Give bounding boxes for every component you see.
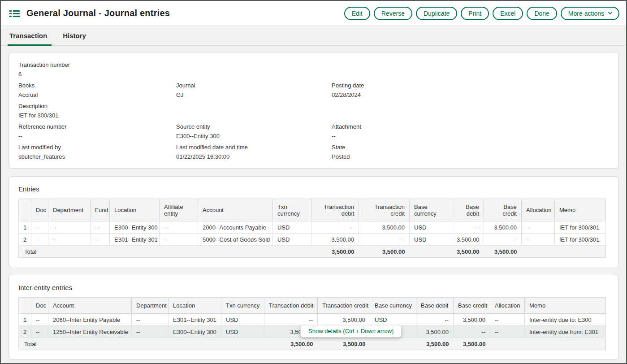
cell-department: -- xyxy=(132,326,169,338)
cell xyxy=(410,246,452,258)
field-label: Reference number xyxy=(18,123,176,131)
total-base-debit: 3,500.00 xyxy=(452,246,484,258)
cell-base-currency: USD xyxy=(410,234,452,246)
cell-row-number: 1 xyxy=(19,314,31,326)
table-row[interactable]: 2 -- -- -- E301--Entity 301 -- 5000--Cos… xyxy=(19,234,606,246)
reverse-button[interactable]: Reverse xyxy=(374,7,412,20)
table-row[interactable]: 1 -- -- -- E300--Entity 300 -- 2000--Acc… xyxy=(19,221,606,234)
cell-base-credit: 3,500.00 xyxy=(484,221,522,234)
cell-txn-currency: USD xyxy=(221,314,264,326)
field-label: Books xyxy=(18,82,176,90)
total-base-debit: 3,500.00 xyxy=(416,338,454,350)
column-header: Base currency xyxy=(370,298,416,314)
column-header: Department xyxy=(48,199,91,221)
list-icon[interactable] xyxy=(9,10,20,17)
column-header: Memo xyxy=(555,199,606,221)
column-header: Allocation xyxy=(490,298,525,314)
tab-history[interactable]: History xyxy=(62,32,87,45)
column-header xyxy=(19,298,31,314)
field-label: Source entity xyxy=(176,123,332,131)
chevron-down-icon xyxy=(608,10,613,15)
more-actions-label: More actions xyxy=(568,10,604,17)
more-actions-button[interactable]: More actions xyxy=(561,7,619,20)
print-button[interactable]: Print xyxy=(461,7,489,20)
cell xyxy=(490,338,525,350)
done-button[interactable]: Done xyxy=(527,7,557,20)
field-label: Transaction number xyxy=(18,61,176,69)
cell-account: 5000--Cost of Goods Sold xyxy=(198,234,273,246)
cell-location: E301--Entity 301 xyxy=(169,314,221,326)
cell xyxy=(48,338,132,350)
field-label: State xyxy=(332,143,609,152)
cell-fund: -- xyxy=(91,221,110,234)
cell xyxy=(91,246,110,258)
column-header: Transaction credit xyxy=(359,199,410,221)
cell-doc: -- xyxy=(31,314,48,326)
main-content: Transaction number 6 Books Accrual Journ… xyxy=(1,46,626,360)
column-header: Memo xyxy=(525,298,606,314)
column-header: Transaction debit xyxy=(264,298,318,314)
cell-doc: -- xyxy=(31,326,48,338)
app-window: General Journal - Journal entries Edit R… xyxy=(0,0,627,364)
cell-transaction-credit: -- xyxy=(359,234,410,246)
cell-base-credit: 3,500.00 xyxy=(454,314,490,326)
cell xyxy=(132,338,169,350)
cell-department: -- xyxy=(48,234,91,246)
field-reference-number: Reference number -- xyxy=(18,123,176,143)
cell-affiliate-entity: -- xyxy=(160,234,198,246)
column-header: Base credit xyxy=(454,298,490,314)
cell xyxy=(169,338,221,350)
cell-txn-currency: USD xyxy=(273,234,311,246)
column-header: Base credit xyxy=(484,199,522,221)
cell xyxy=(273,246,311,258)
cell-memo: Inter-entity due from: E301 xyxy=(525,326,606,338)
field-value: 02/28/2024 xyxy=(332,91,609,99)
cell-base-debit: -- xyxy=(452,221,484,234)
field-last-modified-datetime: Last modified date and time 01/22/2025 1… xyxy=(176,143,332,164)
field-value: 01/22/2025 16:30:00 xyxy=(176,153,332,161)
cell-txn-currency: USD xyxy=(221,326,264,338)
tab-transaction[interactable]: Transaction xyxy=(9,32,48,45)
field-label: Attachment xyxy=(332,123,609,131)
cell-allocation: -- xyxy=(522,234,555,246)
cell-doc: -- xyxy=(31,234,48,246)
duplicate-button[interactable]: Duplicate xyxy=(416,7,457,20)
table-row[interactable]: 1 -- 2060--Inter Entity Payable -- E301-… xyxy=(19,314,606,326)
field-posting-date: Posting date 02/28/2024 xyxy=(332,82,609,102)
cell-base-currency: USD xyxy=(410,221,452,234)
cell-transaction-credit: 3,500.00 xyxy=(318,314,370,326)
cell xyxy=(555,246,606,258)
cell-transaction-debit: -- xyxy=(311,221,359,234)
field-books: Books Accrual xyxy=(18,82,176,102)
column-header: Doc xyxy=(31,199,48,221)
cell-row-number: 2 xyxy=(19,326,31,338)
total-transaction-debit: 3,500.00 xyxy=(311,246,359,258)
column-header: Affiliate entity xyxy=(160,199,198,221)
cell-base-currency: USD xyxy=(370,314,416,326)
cell-base-debit: 3,500.00 xyxy=(452,234,484,246)
cell-allocation: -- xyxy=(490,314,525,326)
column-header: Txn currency xyxy=(273,199,311,221)
cell xyxy=(525,338,606,350)
total-base-credit: 3,500.00 xyxy=(484,246,522,258)
cell-base-credit: -- xyxy=(484,234,522,246)
show-details-tooltip: Show details (Ctrl + Down arrow) xyxy=(300,325,402,338)
column-header xyxy=(19,199,31,221)
tab-bar: Transaction History xyxy=(1,26,626,46)
transaction-details-panel: Transaction number 6 Books Accrual Journ… xyxy=(9,52,618,169)
field-value: Posted xyxy=(332,153,609,161)
inter-entity-entries-panel: Inter-entity entries Doc Account Departm… xyxy=(9,275,618,360)
field-value: -- xyxy=(18,132,176,140)
column-header: Transaction credit xyxy=(318,298,370,314)
column-header: Account xyxy=(198,199,273,221)
cell-row-number: 1 xyxy=(19,221,31,234)
field-value: Accrual xyxy=(18,91,176,99)
excel-button[interactable]: Excel xyxy=(493,7,523,20)
column-header: Base debit xyxy=(416,298,454,314)
total-transaction-debit: 3,500.00 xyxy=(264,338,318,350)
field-description: Description IET for 300/301 xyxy=(18,102,176,123)
action-buttons: Edit Reverse Duplicate Print Excel Done … xyxy=(344,7,619,20)
entries-header-row: Doc Department Fund Location Affiliate e… xyxy=(19,199,606,221)
inter-entity-entries-table: Doc Account Department Location Txn curr… xyxy=(18,297,606,350)
edit-button[interactable]: Edit xyxy=(344,7,370,20)
